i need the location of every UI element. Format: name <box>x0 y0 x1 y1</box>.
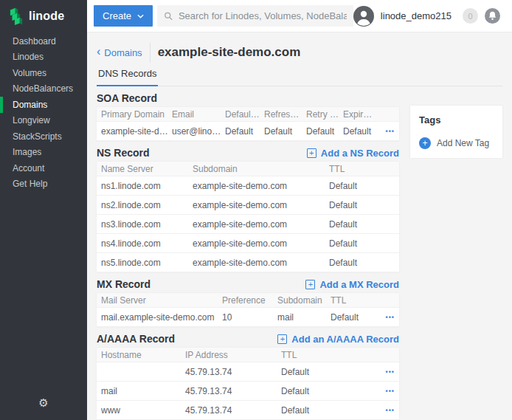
column-header: Default TTL <box>225 109 264 120</box>
linode-logo[interactable]: linode <box>0 0 87 32</box>
global-search <box>157 5 353 27</box>
plus-square-icon: + <box>307 148 316 158</box>
column-header: Subdomain <box>193 164 329 174</box>
ns-section-header: NS Record + Add a NS Record <box>97 147 399 159</box>
table-header-row: Primary Domain Email Default TTL Refresh… <box>97 107 399 122</box>
column-header: TTL <box>329 164 395 174</box>
records-column: SOA Record Primary Domain Email Default … <box>97 86 399 420</box>
row-actions-button[interactable]: ••• <box>386 388 395 395</box>
page-content: ‹ Domains example-site-demo.com DNS Reco… <box>87 32 512 420</box>
cell-subdomain: example-site-demo.com <box>193 258 329 268</box>
sidebar-item-dashboard[interactable]: Dashboard <box>0 33 87 49</box>
sidebar-item-nodebalancers[interactable]: NodeBalancers <box>0 81 87 97</box>
cell-subdomain: example-site-demo.com <box>193 181 329 191</box>
notification-bell-icon[interactable] <box>485 8 500 24</box>
plus-square-icon: + <box>305 280 315 289</box>
back-chevron-icon: ‹ <box>97 46 100 58</box>
add-mx-record-label: Add a MX Record <box>319 279 399 290</box>
mx-record-table: Mail Server Preference Subdomain TTL mai… <box>97 293 399 327</box>
column-header: Email <box>172 109 225 120</box>
search-input[interactable] <box>179 10 347 21</box>
sidebar-item-volumes[interactable]: Volumes <box>0 65 87 81</box>
cell-ttl: Default <box>281 367 377 377</box>
column-header: Name Server <box>101 164 193 174</box>
sidebar-item-linodes[interactable]: Linodes <box>0 49 87 66</box>
table-row: example-site-demo.com user@linode.com De… <box>97 122 399 141</box>
settings-gear-icon[interactable]: ⚙ <box>38 396 48 410</box>
main-area: Create linode_demo215 0 <box>87 0 512 420</box>
page-title: example-site-demo.com <box>158 45 301 60</box>
cell-retry-rate: Default <box>306 126 343 137</box>
cell-subdomain: example-site-demo.com <box>193 238 329 249</box>
cell-mail-server: mail.example-site-demo.com <box>101 312 222 323</box>
side-column: Tags + Add New Tag <box>410 86 502 158</box>
table-header-row: Mail Server Preference Subdomain TTL <box>97 293 399 308</box>
table-row: 45.79.13.74 Default ••• <box>97 362 399 382</box>
add-new-tag-button[interactable]: + Add New Tag <box>419 137 494 149</box>
cell-ttl: Default <box>281 386 377 396</box>
topbar: Create linode_demo215 0 <box>87 0 512 32</box>
table-row: ns5.linode.com example-site-demo.com Def… <box>97 253 399 272</box>
cell-preference: 10 <box>222 312 277 323</box>
table-row: ns2.linode.com example-site-demo.com Def… <box>97 196 399 215</box>
soa-section-header: SOA Record <box>97 92 399 104</box>
cell-ttl: Default <box>329 181 395 191</box>
add-ns-record-label: Add a NS Record <box>321 148 399 159</box>
sidebar-item-account[interactable]: Account <box>0 160 87 176</box>
column-header: Preference <box>222 295 277 306</box>
row-actions-button[interactable]: ••• <box>386 314 395 321</box>
sidebar-footer: ⚙ <box>0 396 87 420</box>
cell-hostname: www <box>101 405 185 416</box>
row-actions-button[interactable]: ••• <box>386 128 395 135</box>
table-header-row: Name Server Subdomain TTL <box>97 162 399 176</box>
cell-refresh-rate: Default <box>264 126 306 137</box>
table-row: mail.example-site-demo.com 10 mail Defau… <box>97 308 399 327</box>
column-header: Retry Rate <box>306 109 343 120</box>
cell-default-ttl: Default <box>225 126 264 137</box>
cell-ttl: Default <box>329 238 395 249</box>
notification-count-badge[interactable]: 0 <box>463 8 478 24</box>
cell-ttl: Default <box>329 200 395 210</box>
user-avatar[interactable] <box>353 6 374 27</box>
add-a-record-button[interactable]: + Add an A/AAAA Record <box>277 334 399 345</box>
cell-ip-address: 45.79.13.74 <box>185 405 281 416</box>
table-row: www 45.79.13.74 Default ••• <box>97 401 399 420</box>
cell-ttl: Default <box>331 312 377 323</box>
create-button[interactable]: Create <box>94 5 153 27</box>
create-button-label: Create <box>103 10 131 21</box>
cell-subdomain: example-site-demo.com <box>193 219 329 230</box>
column-header: Refresh Rate <box>264 109 306 120</box>
cell-name-server: ns4.linode.com <box>101 238 193 249</box>
sidebar-nav: Dashboard Linodes Volumes NodeBalancers … <box>0 32 87 396</box>
breadcrumb-divider <box>150 43 151 63</box>
mx-section-header: MX Record + Add a MX Record <box>97 278 399 290</box>
column-header: Subdomain <box>277 295 331 306</box>
sidebar-item-longview[interactable]: Longview <box>0 113 87 129</box>
cell-subdomain: mail <box>277 312 331 323</box>
soa-section-title: SOA Record <box>97 92 157 104</box>
breadcrumb-back-link[interactable]: ‹ Domains <box>97 47 142 58</box>
a-section-title: A/AAAA Record <box>97 333 175 345</box>
add-new-tag-label: Add New Tag <box>437 138 489 148</box>
add-mx-record-button[interactable]: + Add a MX Record <box>305 279 399 290</box>
row-actions-button[interactable]: ••• <box>386 407 395 414</box>
cell-name-server: ns5.linode.com <box>101 258 193 268</box>
sidebar-item-stackscripts[interactable]: StackScripts <box>0 128 87 145</box>
tab-dns-records[interactable]: DNS Records <box>97 66 158 86</box>
sidebar-item-domains[interactable]: Domains <box>0 97 87 113</box>
username-label[interactable]: linode_demo215 <box>381 10 452 21</box>
column-header: Expire Time <box>343 109 377 120</box>
table-row: mail 45.79.13.74 Default ••• <box>97 382 399 401</box>
linode-cloud-manager: linode Dashboard Linodes Volumes NodeBal… <box>0 0 512 420</box>
sidebar-item-images[interactable]: Images <box>0 145 87 161</box>
add-ns-record-button[interactable]: + Add a NS Record <box>307 148 399 159</box>
breadcrumb-back-label: Domains <box>104 47 142 58</box>
cell-expire-time: Default <box>343 126 377 137</box>
cell-ttl: Default <box>281 405 377 416</box>
column-header: TTL <box>331 295 377 306</box>
plus-circle-icon: + <box>419 137 431 149</box>
row-actions-button[interactable]: ••• <box>386 368 395 376</box>
sidebar-item-get-help[interactable]: Get Help <box>0 176 87 193</box>
a-section-header: A/AAAA Record + Add an A/AAAA Record <box>97 333 399 345</box>
tags-panel: Tags + Add New Tag <box>410 106 502 158</box>
